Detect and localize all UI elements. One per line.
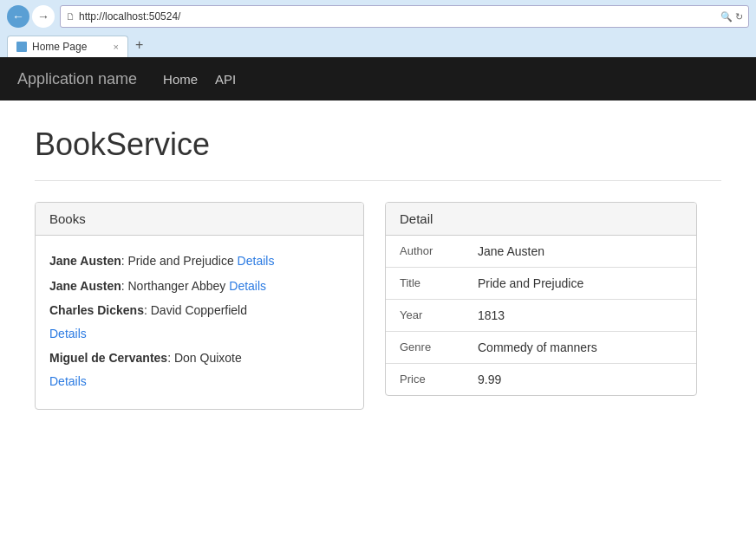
detail-value: Commedy of manners xyxy=(464,332,696,364)
detail-label: Price xyxy=(386,364,464,396)
app-name: Application name xyxy=(17,70,137,88)
nav-home-link[interactable]: Home xyxy=(163,72,198,87)
book-author: Jane Austen xyxy=(49,254,121,268)
detail-label: Author xyxy=(386,236,464,268)
columns-layout: Books Jane Austen: Pride and Prejudice D… xyxy=(35,202,721,410)
books-panel-header: Books xyxy=(36,203,363,236)
refresh-icon[interactable]: ↻ xyxy=(735,11,743,23)
table-row: Title Pride and Prejudice xyxy=(386,268,696,300)
detail-value: Pride and Prejudice xyxy=(464,268,696,300)
list-item: Miguel de Cervantes: Don Quixote Details xyxy=(49,347,349,392)
detail-table: Author Jane Austen Title Pride and Preju… xyxy=(386,236,696,395)
detail-value: Jane Austen xyxy=(464,236,696,268)
book-details-link[interactable]: Details xyxy=(229,279,266,293)
list-item: Jane Austen: Pride and Prejudice Details xyxy=(49,250,349,273)
detail-panel: Detail Author Jane Austen Title Pride an… xyxy=(385,202,697,396)
browser-toolbar: ← → 🗋 http://localhost:50524/ 🔍 ↻ xyxy=(7,5,749,28)
tab-favicon xyxy=(16,42,27,52)
book-details-link[interactable]: Details xyxy=(49,327,87,340)
book-details-link[interactable]: Details xyxy=(49,374,87,388)
address-actions: 🔍 ↻ xyxy=(720,11,743,23)
book-title: : Pride and Prejudice xyxy=(121,254,238,268)
nav-buttons: ← → xyxy=(7,5,55,28)
book-author: Jane Austen xyxy=(49,279,121,293)
table-row: Genre Commedy of manners xyxy=(386,332,696,364)
divider xyxy=(35,180,721,181)
search-icon: 🔍 xyxy=(720,11,733,23)
table-row: Author Jane Austen xyxy=(386,236,696,268)
book-author: Charles Dickens xyxy=(49,303,144,317)
tab-close-button[interactable]: × xyxy=(114,42,119,52)
tab-bar: Home Page × + xyxy=(7,33,749,57)
detail-value: 1813 xyxy=(464,300,696,332)
book-title: : Don Quixote xyxy=(167,351,242,365)
page-icon: 🗋 xyxy=(66,11,75,22)
book-author: Miguel de Cervantes xyxy=(49,351,167,365)
page-content: BookService Books Jane Austen: Pride and… xyxy=(0,100,756,516)
detail-value: 9.99 xyxy=(464,364,696,396)
new-tab-button[interactable]: + xyxy=(128,33,150,57)
table-row: Year 1813 xyxy=(386,300,696,332)
list-item: Jane Austen: Northanger Abbey Details xyxy=(49,275,349,298)
tab-title: Home Page xyxy=(32,41,87,53)
books-panel-body: Jane Austen: Pride and Prejudice Details… xyxy=(36,236,363,409)
browser-chrome: ← → 🗋 http://localhost:50524/ 🔍 ↻ Home P… xyxy=(0,0,756,57)
address-bar[interactable]: 🗋 http://localhost:50524/ 🔍 ↻ xyxy=(60,5,749,28)
browser-tab[interactable]: Home Page × xyxy=(7,36,128,57)
detail-label: Year xyxy=(386,300,464,332)
book-title: : David Copperfield xyxy=(144,303,247,317)
back-button[interactable]: ← xyxy=(7,5,29,28)
table-row: Price 9.99 xyxy=(386,364,696,396)
app-navbar: Application name Home API xyxy=(0,57,756,100)
list-item: Charles Dickens: David Copperfield Detai… xyxy=(49,299,349,345)
book-title: : Northanger Abbey xyxy=(121,279,230,293)
forward-button[interactable]: → xyxy=(32,5,55,28)
page-title: BookService xyxy=(35,126,721,163)
detail-label: Title xyxy=(386,268,464,300)
books-panel: Books Jane Austen: Pride and Prejudice D… xyxy=(35,202,364,410)
detail-label: Genre xyxy=(386,332,464,364)
detail-panel-header: Detail xyxy=(386,203,696,236)
url-text: http://localhost:50524/ xyxy=(79,10,717,23)
nav-api-link[interactable]: API xyxy=(215,72,236,87)
book-details-link[interactable]: Details xyxy=(238,254,275,268)
